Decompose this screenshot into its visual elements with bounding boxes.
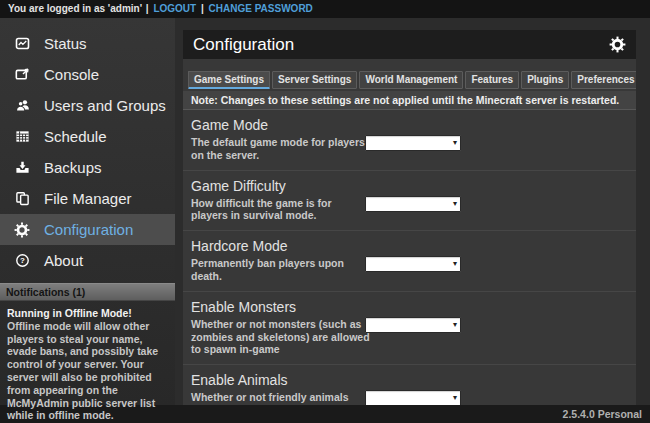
sidebar-item-label: Status [44, 35, 87, 52]
notification-offline-mode: Running in Offline Mode! Offline mode wi… [0, 301, 175, 423]
config-tabs: Game Settings Server Settings World Mana… [188, 71, 631, 89]
page-title: Configuration [193, 35, 609, 55]
enable-monsters-select[interactable]: ▾ [365, 317, 461, 333]
restart-note: Note: Changes to these settings are not … [183, 91, 636, 110]
console-icon [13, 67, 31, 82]
users-icon [13, 98, 31, 113]
sidebar-item-label: Users and Groups [44, 97, 166, 114]
sidebar-item-backups[interactable]: Backups [0, 152, 175, 183]
gear-icon [13, 222, 31, 238]
setting-name: Enable Monsters [191, 299, 628, 315]
notification-title: Running in Offline Mode! [7, 307, 168, 320]
change-password-link[interactable]: CHANGE PASSWORD [209, 3, 313, 14]
main-region: Configuration Game Settings Server Setti… [175, 18, 650, 405]
sidebar-item-label: Configuration [44, 221, 133, 238]
sidebar-item-console[interactable]: Console [0, 59, 175, 90]
tab-game-settings[interactable]: Game Settings [188, 71, 270, 89]
chevron-down-icon: ▾ [453, 139, 460, 147]
notifications-header: Notifications (1) [0, 283, 175, 301]
notification-body: Offline mode will allow other players to… [7, 320, 168, 422]
tab-plugins[interactable]: Plugins [521, 71, 569, 89]
setting-row-game-difficulty: Game Difficulty How difficult the game i… [183, 171, 636, 232]
backups-icon [13, 160, 31, 175]
setting-row-enable-animals: Enable Animals Whether or not friendly a… [183, 365, 636, 405]
sidebar-item-label: Backups [44, 159, 102, 176]
logged-in-text: You are logged in as 'admin' [8, 3, 142, 14]
panel-gear-icon[interactable] [609, 36, 626, 53]
setting-row-hardcore-mode: Hardcore Mode Permanently ban players up… [183, 231, 636, 292]
tab-server-settings[interactable]: Server Settings [272, 71, 357, 89]
setting-name: Game Mode [191, 117, 628, 133]
sidebar-item-label: Console [44, 66, 99, 83]
login-status-bar: You are logged in as 'admin' | LOGOUT | … [0, 0, 650, 18]
setting-name: Hardcore Mode [191, 238, 628, 254]
schedule-icon [13, 129, 31, 144]
setting-row-game-mode: Game Mode The default game mode for play… [183, 110, 636, 171]
chevron-down-icon: ▾ [453, 260, 460, 268]
game-mode-select[interactable]: ▾ [365, 135, 461, 151]
settings-list: Game Mode The default game mode for play… [183, 110, 636, 405]
app-window: You are logged in as 'admin' | LOGOUT | … [0, 0, 650, 423]
sidebar-nav: Status Console Users and Groups [0, 18, 175, 276]
sidebar-item-file-manager[interactable]: File Manager [0, 183, 175, 214]
chevron-down-icon: ▾ [453, 394, 460, 402]
sidebar: Status Console Users and Groups [0, 18, 175, 405]
sidebar-item-label: About [44, 252, 83, 269]
status-icon [13, 36, 31, 51]
setting-description: Whether or not monsters (such as zombies… [191, 318, 371, 356]
logout-link[interactable]: LOGOUT [153, 3, 196, 14]
setting-description: Whether or not friendly animals (such as… [191, 391, 371, 405]
question-icon: ? [13, 253, 31, 268]
content-area: Status Console Users and Groups [0, 18, 650, 405]
chevron-down-icon: ▾ [453, 321, 460, 329]
sidebar-item-configuration[interactable]: Configuration [0, 214, 175, 245]
configuration-panel: Configuration Game Settings Server Setti… [183, 30, 636, 405]
chevron-down-icon: ▾ [453, 200, 460, 208]
setting-row-enable-monsters: Enable Monsters Whether or not monsters … [183, 292, 636, 365]
panel-header: Configuration [183, 30, 636, 59]
tab-world-management[interactable]: World Management [359, 71, 463, 89]
setting-description: Permanently ban players upon death. [191, 257, 371, 283]
tab-preferences[interactable]: Preferences [571, 71, 636, 89]
version-label: 2.5.4.0 Personal [563, 408, 642, 420]
sidebar-item-users-and-groups[interactable]: Users and Groups [0, 90, 175, 121]
svg-text:?: ? [20, 256, 25, 265]
setting-description: How difficult the game is for players in… [191, 197, 371, 223]
game-difficulty-select[interactable]: ▾ [365, 196, 461, 212]
sidebar-item-schedule[interactable]: Schedule [0, 121, 175, 152]
hardcore-mode-select[interactable]: ▾ [365, 256, 461, 272]
setting-name: Enable Animals [191, 372, 628, 388]
sidebar-item-label: Schedule [44, 128, 107, 145]
tab-features[interactable]: Features [465, 71, 519, 89]
separator: | [201, 3, 204, 14]
sidebar-item-status[interactable]: Status [0, 28, 175, 59]
separator: | [146, 3, 149, 14]
enable-animals-select[interactable]: ▾ [365, 390, 461, 405]
sidebar-item-label: File Manager [44, 190, 132, 207]
file-manager-icon [13, 191, 31, 206]
setting-description: The default game mode for players on the… [191, 136, 371, 162]
sidebar-item-about[interactable]: ? About [0, 245, 175, 276]
setting-name: Game Difficulty [191, 178, 628, 194]
